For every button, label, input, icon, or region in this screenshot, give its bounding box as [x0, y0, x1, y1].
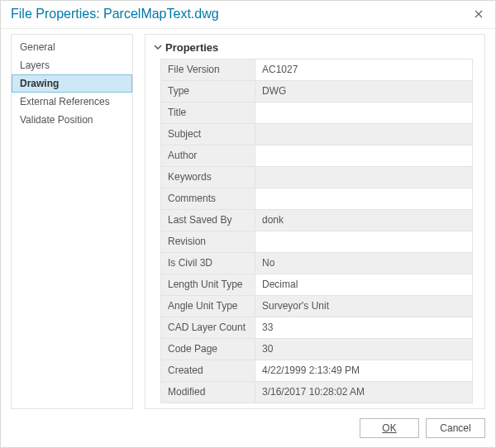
properties-table: File VersionAC1027TypeDWGTitleSubjectAut…: [160, 59, 473, 403]
sidebar-item-label: General: [20, 41, 55, 53]
property-value: Surveyor's Unit: [255, 295, 473, 317]
property-value: DWG: [255, 80, 473, 102]
property-key: Comments: [161, 188, 255, 209]
ok-button[interactable]: OK: [360, 418, 419, 438]
property-row: Modified3/16/2017 10:28:02 AM: [161, 381, 473, 403]
property-key: Last Saved By: [161, 209, 255, 231]
dialog-footer: OK Cancel: [1, 409, 495, 447]
sidebar-item-drawing[interactable]: Drawing: [12, 74, 132, 93]
sidebar-item-label: Drawing: [20, 78, 59, 89]
property-row: File VersionAC1027: [161, 59, 473, 80]
sidebar-item-layers[interactable]: Layers: [12, 56, 132, 74]
property-row: TypeDWG: [161, 80, 473, 102]
property-value: No: [255, 252, 473, 274]
main-panel: Properties File VersionAC1027TypeDWGTitl…: [145, 34, 485, 410]
chevron-down-icon: [154, 43, 162, 51]
property-key: Author: [161, 145, 255, 166]
property-value: [255, 188, 473, 209]
property-row: Angle Unit TypeSurveyor's Unit: [161, 295, 473, 317]
property-key: Revision: [161, 231, 255, 252]
dialog-window: File Properties: ParcelMapText.dwg Gener…: [0, 0, 496, 448]
cancel-label: Cancel: [440, 422, 470, 434]
property-value: [255, 231, 473, 252]
property-key: Created: [161, 360, 255, 381]
section-header-properties[interactable]: Properties: [154, 41, 473, 54]
property-key: Code Page: [161, 338, 255, 360]
sidebar: GeneralLayersDrawingExternal ReferencesV…: [11, 34, 133, 410]
property-row: Code Page30: [161, 338, 473, 360]
property-row: Revision: [161, 231, 473, 252]
property-row: Keywords: [161, 166, 473, 188]
property-row: Title: [161, 102, 473, 123]
property-value: [255, 123, 473, 145]
window-title: File Properties: ParcelMapText.dwg: [11, 7, 219, 21]
property-value: [255, 145, 473, 166]
property-value: [255, 166, 473, 188]
sidebar-item-general[interactable]: General: [12, 38, 132, 56]
close-button[interactable]: [469, 4, 489, 24]
property-row: Length Unit TypeDecimal: [161, 274, 473, 295]
property-key: CAD Layer Count: [161, 317, 255, 338]
property-row: Comments: [161, 188, 473, 209]
property-key: Modified: [161, 381, 255, 403]
property-row: Is Civil 3DNo: [161, 252, 473, 274]
property-key: Type: [161, 80, 255, 102]
property-key: File Version: [161, 59, 255, 80]
close-icon: [475, 7, 483, 21]
property-row: CAD Layer Count33: [161, 317, 473, 338]
property-row: Subject: [161, 123, 473, 145]
property-value: AC1027: [255, 59, 473, 80]
ok-label: OK: [382, 422, 396, 434]
property-value: 30: [255, 338, 473, 360]
sidebar-item-label: Validate Position: [20, 114, 93, 126]
sidebar-item-label: External References: [20, 96, 110, 107]
property-value: 4/22/1999 2:13:49 PM: [255, 360, 473, 381]
property-value: [255, 102, 473, 123]
cancel-button[interactable]: Cancel: [426, 418, 485, 438]
property-value: 3/16/2017 10:28:02 AM: [255, 381, 473, 403]
titlebar: File Properties: ParcelMapText.dwg: [1, 1, 495, 29]
sidebar-item-label: Layers: [20, 60, 50, 71]
property-key: Subject: [161, 123, 255, 145]
sidebar-item-external-references[interactable]: External References: [12, 93, 132, 111]
dialog-body: GeneralLayersDrawingExternal ReferencesV…: [1, 29, 495, 410]
property-value: Decimal: [255, 274, 473, 295]
property-row: Last Saved Bydonk: [161, 209, 473, 231]
property-key: Length Unit Type: [161, 274, 255, 295]
section-title: Properties: [165, 41, 218, 54]
property-key: Angle Unit Type: [161, 295, 255, 317]
property-value: 33: [255, 317, 473, 338]
property-key: Keywords: [161, 166, 255, 188]
property-row: Author: [161, 145, 473, 166]
property-row: Created4/22/1999 2:13:49 PM: [161, 360, 473, 381]
property-value: donk: [255, 209, 473, 231]
sidebar-item-validate-position[interactable]: Validate Position: [12, 111, 132, 129]
property-key: Is Civil 3D: [161, 252, 255, 274]
property-key: Title: [161, 102, 255, 123]
